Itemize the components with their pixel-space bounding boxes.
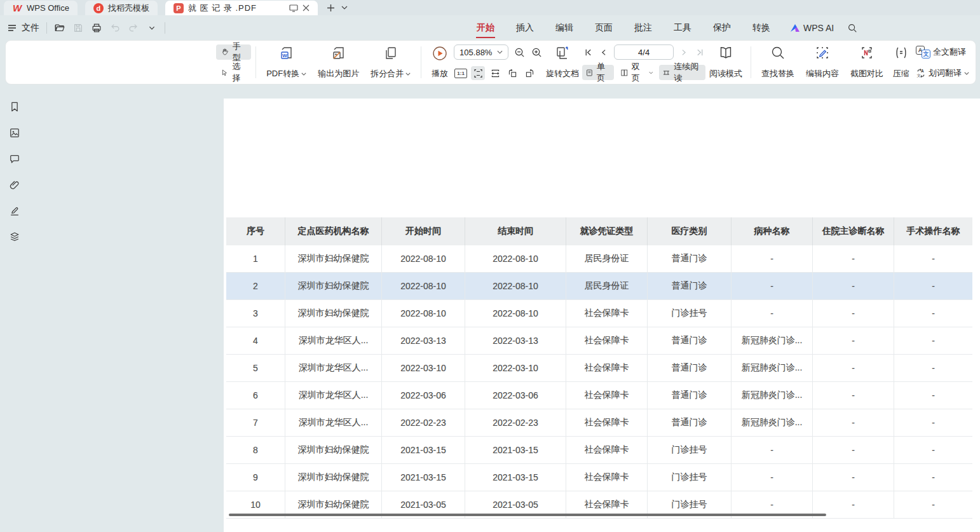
table-row[interactable]: 7深圳市龙华区人...2022-02-232022-02-23社会保障卡普通门诊… bbox=[226, 409, 972, 437]
close-tab-icon[interactable] bbox=[303, 4, 310, 11]
one-to-one-icon: 1:1 bbox=[454, 69, 467, 78]
quick-access-chevron-icon[interactable] bbox=[146, 22, 158, 34]
page-indicator: 4/4 bbox=[638, 48, 650, 57]
play-button[interactable]: 播放 bbox=[426, 44, 454, 81]
table-cell: - bbox=[731, 245, 812, 272]
zoom-level-dropdown[interactable]: 105.88% bbox=[454, 44, 508, 60]
tab-wps-office[interactable]: W WPS Office bbox=[4, 1, 78, 15]
double-page-button[interactable]: 双页 bbox=[618, 65, 655, 80]
next-page-button[interactable] bbox=[678, 47, 690, 57]
table-row[interactable]: 2深圳市妇幼保健院2022-08-102022-08-10居民身份证普通门诊--… bbox=[226, 273, 972, 300]
divider bbox=[751, 46, 751, 78]
table-cell: - bbox=[894, 409, 972, 436]
rotate-right-button[interactable] bbox=[522, 66, 536, 80]
table-cell: 2022-03-10 bbox=[465, 355, 566, 381]
table-cell: 社会保障卡 bbox=[566, 409, 647, 436]
comment-icon[interactable] bbox=[7, 151, 22, 167]
save-icon[interactable] bbox=[72, 22, 84, 34]
tab-list-chevron-icon[interactable] bbox=[341, 6, 348, 10]
table-cell: 深圳市龙华区人... bbox=[285, 327, 381, 354]
table-header-cell: 序号 bbox=[226, 217, 285, 245]
table-row[interactable]: 9深圳市妇幼保健院2021-03-152021-03-15社会保障卡门诊挂号--… bbox=[226, 464, 972, 491]
tab-label: 就 医 记 录 .PDF bbox=[188, 3, 257, 14]
bookmark-icon[interactable] bbox=[7, 99, 22, 114]
zoom-out-icon[interactable] bbox=[514, 46, 526, 58]
menu-search-icon[interactable] bbox=[847, 22, 858, 34]
tab-label: WPS Office bbox=[27, 3, 69, 13]
horizontal-scrollbar[interactable] bbox=[229, 514, 826, 516]
table-row[interactable]: 3深圳市妇幼保健院2022-08-102022-08-10社会保障卡门诊挂号--… bbox=[226, 300, 972, 327]
tab-document-pdf[interactable]: P 就 医 记 录 .PDF bbox=[165, 1, 318, 15]
fit-page-button[interactable] bbox=[471, 66, 485, 80]
table-cell: - bbox=[731, 300, 812, 327]
export-image-button[interactable]: 输出为图片 bbox=[312, 44, 365, 81]
rotate-left-button[interactable] bbox=[505, 66, 519, 80]
new-tab-button[interactable] bbox=[327, 4, 335, 12]
split-merge-button[interactable]: 拆分合并 bbox=[365, 44, 416, 81]
edit-content-button[interactable]: 编辑内容 bbox=[800, 44, 845, 81]
attachment-icon[interactable] bbox=[7, 177, 22, 193]
table-cell: 2022-02-23 bbox=[465, 409, 566, 436]
monitor-icon[interactable] bbox=[289, 4, 298, 12]
table-cell: 2 bbox=[226, 273, 285, 299]
actual-size-button[interactable]: 1:1 bbox=[454, 66, 468, 80]
compress-button[interactable]: 压缩 bbox=[889, 44, 913, 81]
pdf-convert-button[interactable]: W PDF转换 bbox=[261, 44, 312, 81]
menu-item-4[interactable]: 批注 bbox=[623, 15, 663, 40]
zoom-value: 105.88% bbox=[459, 48, 492, 57]
table-cell: - bbox=[894, 273, 972, 299]
word-translate-button[interactable]: A文 划词翻译 bbox=[916, 67, 969, 79]
table-row[interactable]: 6深圳市龙华区人...2022-03-062022-03-06社会保障卡普通门诊… bbox=[226, 382, 972, 409]
table-cell: 深圳市妇幼保健院 bbox=[285, 273, 381, 299]
table-cell: - bbox=[812, 327, 894, 354]
svg-text:W: W bbox=[282, 53, 287, 58]
menu-item-0[interactable]: 开始 bbox=[466, 15, 505, 40]
menu-item-1[interactable]: 插入 bbox=[505, 15, 545, 40]
table-row[interactable]: 8深圳市妇幼保健院2021-03-152021-03-15社会保障卡门诊挂号--… bbox=[226, 437, 972, 464]
last-page-button[interactable] bbox=[694, 47, 705, 57]
table-cell: 新冠肺炎门诊... bbox=[731, 327, 812, 354]
table-cell: 3 bbox=[226, 300, 285, 327]
signature-icon[interactable] bbox=[7, 203, 22, 219]
rotate-document-button[interactable]: 旋转文档 bbox=[543, 44, 582, 81]
print-icon[interactable] bbox=[91, 22, 102, 34]
page-number-input[interactable]: 4/4 bbox=[614, 44, 674, 60]
undo-icon[interactable] bbox=[109, 22, 121, 34]
divider bbox=[46, 22, 47, 34]
previous-page-button[interactable] bbox=[598, 47, 609, 57]
play-icon bbox=[432, 45, 448, 62]
table-cell: - bbox=[894, 245, 972, 272]
menu-item-2[interactable]: 编辑 bbox=[545, 15, 584, 40]
layers-icon[interactable] bbox=[7, 229, 22, 245]
screenshot-compare-button[interactable]: 截图对比 bbox=[845, 44, 889, 81]
pdf-file-icon: P bbox=[174, 3, 184, 13]
menu-item-5[interactable]: 工具 bbox=[663, 15, 702, 40]
continuous-reading-button[interactable]: 连续阅读 bbox=[659, 65, 705, 80]
menu-item-wps-ai[interactable]: WPS AI bbox=[781, 23, 843, 33]
fit-width-button[interactable] bbox=[488, 66, 502, 80]
zoom-in-icon[interactable] bbox=[531, 46, 543, 58]
thumbnail-icon[interactable] bbox=[7, 125, 22, 140]
read-mode-button[interactable]: 阅读模式 bbox=[705, 44, 746, 81]
full-translate-button[interactable]: A文 全文翻译 bbox=[916, 46, 969, 58]
word-translate-icon: A文 bbox=[916, 68, 926, 78]
table-row[interactable]: 5深圳市龙华区人...2022-03-102022-03-10社会保障卡普通门诊… bbox=[226, 355, 972, 382]
file-menu-button[interactable]: 文件 bbox=[6, 22, 39, 34]
menu-item-6[interactable]: 保护 bbox=[702, 15, 742, 40]
menu-item-3[interactable]: 页面 bbox=[584, 15, 623, 40]
menu-item-7[interactable]: 转换 bbox=[742, 15, 781, 40]
table-cell: 9 bbox=[226, 464, 285, 491]
table-row[interactable]: 1深圳市妇幼保健院2022-08-102022-08-10居民身份证普通门诊--… bbox=[226, 245, 972, 273]
table-header-cell: 病种名称 bbox=[731, 217, 812, 245]
first-page-button[interactable] bbox=[582, 47, 594, 57]
svg-text:文: 文 bbox=[917, 73, 921, 78]
tab-docer-templates[interactable]: d 找稻壳模板 bbox=[85, 1, 158, 15]
select-tool-button[interactable]: 选择 bbox=[216, 65, 251, 80]
open-file-icon[interactable] bbox=[54, 22, 65, 34]
redo-icon[interactable] bbox=[128, 22, 139, 34]
single-page-button[interactable]: 单页 bbox=[582, 65, 614, 80]
table-row[interactable]: 4深圳市龙华区人...2022-03-132022-03-13社会保障卡普通门诊… bbox=[226, 327, 972, 355]
chevron-down-icon bbox=[301, 72, 306, 76]
find-replace-button[interactable]: 查找替换 bbox=[756, 44, 800, 81]
hand-tool-button[interactable]: 手型 bbox=[216, 44, 251, 60]
